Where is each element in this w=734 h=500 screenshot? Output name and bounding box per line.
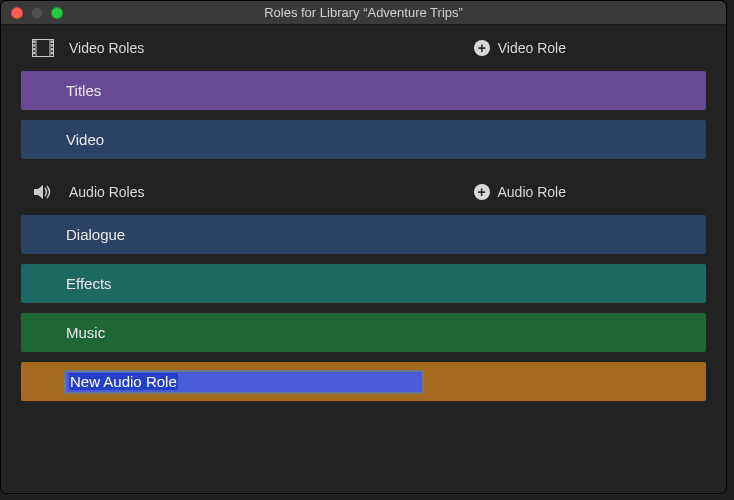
add-audio-role-label: Audio Role <box>498 184 567 200</box>
window-title: Roles for Library “Adventure Trips” <box>1 5 726 20</box>
role-row-titles[interactable]: Titles <box>21 71 706 110</box>
svg-rect-4 <box>33 48 35 51</box>
svg-rect-9 <box>51 52 53 55</box>
role-row-dialogue[interactable]: Dialogue <box>21 215 706 254</box>
film-icon <box>31 38 55 58</box>
role-label: Dialogue <box>66 226 125 243</box>
content-area: Video Roles + Video Role Titles Video Au… <box>1 25 726 401</box>
video-roles-header: Video Roles + Video Role <box>1 25 726 71</box>
minimize-window-button[interactable] <box>31 7 43 19</box>
add-audio-role-button[interactable]: + Audio Role <box>474 184 707 200</box>
video-roles-label: Video Roles <box>69 40 474 56</box>
role-row-music[interactable]: Music <box>21 313 706 352</box>
close-window-button[interactable] <box>11 7 23 19</box>
zoom-window-button[interactable] <box>51 7 63 19</box>
titlebar: Roles for Library “Adventure Trips” <box>1 1 726 25</box>
plus-icon: + <box>474 40 490 56</box>
role-label: Music <box>66 324 105 341</box>
add-video-role-label: Video Role <box>498 40 566 56</box>
role-name-input[interactable]: New Audio Role <box>64 370 424 394</box>
role-name-input-value: New Audio Role <box>69 373 178 390</box>
speaker-icon <box>31 182 55 202</box>
role-row-effects[interactable]: Effects <box>21 264 706 303</box>
svg-rect-7 <box>51 44 53 47</box>
role-label: Effects <box>66 275 112 292</box>
roles-window: Roles for Library “Adventure Trips” Vid <box>0 0 727 494</box>
role-label: Video <box>66 131 104 148</box>
role-row-video[interactable]: Video <box>21 120 706 159</box>
role-label: Titles <box>66 82 101 99</box>
plus-icon: + <box>474 184 490 200</box>
add-video-role-button[interactable]: + Video Role <box>474 40 706 56</box>
svg-rect-1 <box>36 40 50 57</box>
audio-roles-header: Audio Roles + Audio Role <box>1 169 726 215</box>
svg-rect-6 <box>51 41 53 44</box>
svg-rect-5 <box>33 52 35 55</box>
svg-rect-8 <box>51 48 53 51</box>
audio-roles-label: Audio Roles <box>69 184 474 200</box>
svg-rect-2 <box>33 41 35 44</box>
svg-rect-3 <box>33 44 35 47</box>
traffic-lights <box>1 7 63 19</box>
role-row-new-audio[interactable]: New Audio Role <box>21 362 706 401</box>
